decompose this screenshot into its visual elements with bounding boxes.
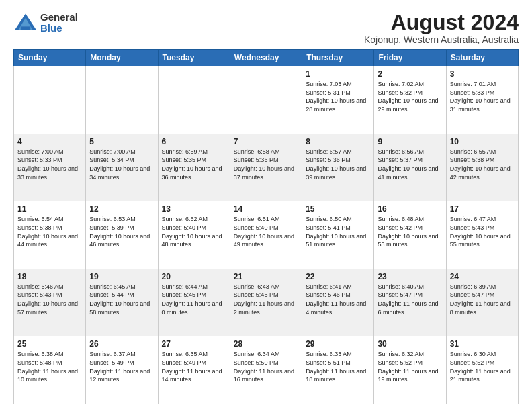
day-cell-3-7: 17Sunrise: 6:47 AM Sunset: 5:43 PM Dayli… (446, 201, 518, 269)
day-cell-4-4: 21Sunrise: 6:43 AM Sunset: 5:45 PM Dayli… (230, 269, 302, 336)
day-info: Sunrise: 7:00 AM Sunset: 5:33 PM Dayligh… (17, 148, 82, 181)
day-number: 4 (17, 137, 82, 146)
day-info: Sunrise: 6:43 AM Sunset: 5:45 PM Dayligh… (234, 283, 298, 316)
day-number: 7 (234, 137, 298, 146)
day-cell-2-5: 8Sunrise: 6:57 AM Sunset: 5:36 PM Daylig… (302, 134, 374, 201)
day-number: 5 (89, 137, 154, 146)
header-day-thursday: Thursday (302, 50, 374, 66)
day-cell-4-2: 19Sunrise: 6:45 AM Sunset: 5:44 PM Dayli… (86, 269, 158, 336)
main-title: August 2024 (364, 11, 519, 34)
day-cell-1-7: 3Sunrise: 7:01 AM Sunset: 5:33 PM Daylig… (446, 66, 518, 134)
day-info: Sunrise: 7:00 AM Sunset: 5:34 PM Dayligh… (89, 148, 154, 181)
day-number: 22 (306, 272, 370, 281)
day-cell-5-5: 29Sunrise: 6:33 AM Sunset: 5:51 PM Dayli… (302, 336, 374, 404)
day-number: 21 (234, 272, 298, 281)
day-number: 20 (162, 272, 226, 281)
logo-icon (13, 11, 38, 35)
header-day-sunday: Sunday (14, 50, 86, 66)
day-info: Sunrise: 6:40 AM Sunset: 5:47 PM Dayligh… (378, 283, 442, 316)
day-info: Sunrise: 6:37 AM Sunset: 5:49 PM Dayligh… (89, 350, 154, 383)
day-number: 1 (306, 69, 370, 79)
svg-rect-2 (21, 26, 30, 30)
day-number: 9 (378, 137, 442, 146)
day-info: Sunrise: 6:38 AM Sunset: 5:48 PM Dayligh… (17, 350, 82, 383)
day-info: Sunrise: 7:03 AM Sunset: 5:31 PM Dayligh… (306, 80, 370, 113)
day-number: 12 (89, 204, 154, 214)
day-number: 16 (378, 204, 442, 214)
header-day-friday: Friday (374, 50, 446, 66)
day-cell-5-7: 31Sunrise: 6:30 AM Sunset: 5:52 PM Dayli… (446, 336, 518, 404)
day-cell-2-7: 10Sunrise: 6:55 AM Sunset: 5:38 PM Dayli… (446, 134, 518, 201)
week-row-3: 11Sunrise: 6:54 AM Sunset: 5:38 PM Dayli… (14, 201, 519, 269)
day-number: 6 (162, 137, 226, 146)
day-cell-3-4: 14Sunrise: 6:51 AM Sunset: 5:40 PM Dayli… (230, 201, 302, 269)
title-section: August 2024 Kojonup, Western Australia, … (364, 11, 519, 45)
subtitle: Kojonup, Western Australia, Australia (364, 34, 519, 45)
day-number: 3 (450, 69, 515, 79)
day-info: Sunrise: 6:52 AM Sunset: 5:40 PM Dayligh… (162, 215, 226, 248)
day-cell-1-4 (230, 66, 302, 134)
header-row: SundayMondayTuesdayWednesdayThursdayFrid… (14, 50, 519, 66)
day-number: 24 (450, 272, 515, 281)
day-info: Sunrise: 6:33 AM Sunset: 5:51 PM Dayligh… (306, 350, 370, 383)
day-number: 25 (17, 339, 82, 349)
day-number: 11 (17, 204, 82, 214)
day-number: 8 (306, 137, 370, 146)
day-info: Sunrise: 6:45 AM Sunset: 5:44 PM Dayligh… (89, 283, 154, 316)
calendar: SundayMondayTuesdayWednesdayThursdayFrid… (13, 49, 519, 404)
day-cell-4-6: 23Sunrise: 6:40 AM Sunset: 5:47 PM Dayli… (374, 269, 446, 336)
day-cell-2-1: 4Sunrise: 7:00 AM Sunset: 5:33 PM Daylig… (14, 134, 86, 201)
day-cell-5-1: 25Sunrise: 6:38 AM Sunset: 5:48 PM Dayli… (14, 336, 86, 404)
day-info: Sunrise: 6:41 AM Sunset: 5:46 PM Dayligh… (306, 283, 370, 316)
day-info: Sunrise: 6:30 AM Sunset: 5:52 PM Dayligh… (450, 350, 515, 383)
day-cell-5-2: 26Sunrise: 6:37 AM Sunset: 5:49 PM Dayli… (86, 336, 158, 404)
day-info: Sunrise: 7:02 AM Sunset: 5:32 PM Dayligh… (378, 80, 442, 113)
day-info: Sunrise: 6:54 AM Sunset: 5:38 PM Dayligh… (17, 215, 82, 248)
day-info: Sunrise: 6:32 AM Sunset: 5:52 PM Dayligh… (378, 350, 442, 383)
day-number: 27 (162, 339, 226, 349)
day-cell-1-3 (158, 66, 230, 134)
day-info: Sunrise: 6:58 AM Sunset: 5:36 PM Dayligh… (234, 148, 298, 181)
day-number: 23 (378, 272, 442, 281)
header-day-saturday: Saturday (446, 50, 518, 66)
day-info: Sunrise: 6:34 AM Sunset: 5:50 PM Dayligh… (234, 350, 298, 383)
day-info: Sunrise: 6:50 AM Sunset: 5:41 PM Dayligh… (306, 215, 370, 248)
day-info: Sunrise: 6:35 AM Sunset: 5:49 PM Dayligh… (162, 350, 226, 383)
logo: General Blue (13, 11, 78, 35)
top-section: General Blue August 2024 Kojonup, Wester… (13, 11, 519, 45)
day-number: 19 (89, 272, 154, 281)
week-row-5: 25Sunrise: 6:38 AM Sunset: 5:48 PM Dayli… (14, 336, 519, 404)
day-cell-3-2: 12Sunrise: 6:53 AM Sunset: 5:39 PM Dayli… (86, 201, 158, 269)
day-cell-5-4: 28Sunrise: 6:34 AM Sunset: 5:50 PM Dayli… (230, 336, 302, 404)
day-cell-4-3: 20Sunrise: 6:44 AM Sunset: 5:45 PM Dayli… (158, 269, 230, 336)
day-cell-4-1: 18Sunrise: 6:46 AM Sunset: 5:43 PM Dayli… (14, 269, 86, 336)
day-number: 2 (378, 69, 442, 79)
day-number: 31 (450, 339, 515, 349)
day-number: 14 (234, 204, 298, 214)
day-info: Sunrise: 6:51 AM Sunset: 5:40 PM Dayligh… (234, 215, 298, 248)
day-cell-2-4: 7Sunrise: 6:58 AM Sunset: 5:36 PM Daylig… (230, 134, 302, 201)
day-info: Sunrise: 7:01 AM Sunset: 5:33 PM Dayligh… (450, 80, 515, 113)
day-cell-4-5: 22Sunrise: 6:41 AM Sunset: 5:46 PM Dayli… (302, 269, 374, 336)
day-cell-2-3: 6Sunrise: 6:59 AM Sunset: 5:35 PM Daylig… (158, 134, 230, 201)
day-cell-3-3: 13Sunrise: 6:52 AM Sunset: 5:40 PM Dayli… (158, 201, 230, 269)
header-day-wednesday: Wednesday (230, 50, 302, 66)
day-cell-5-3: 27Sunrise: 6:35 AM Sunset: 5:49 PM Dayli… (158, 336, 230, 404)
day-info: Sunrise: 6:57 AM Sunset: 5:36 PM Dayligh… (306, 148, 370, 181)
day-info: Sunrise: 6:39 AM Sunset: 5:47 PM Dayligh… (450, 283, 515, 316)
week-row-4: 18Sunrise: 6:46 AM Sunset: 5:43 PM Dayli… (14, 269, 519, 336)
day-number: 28 (234, 339, 298, 349)
day-number: 17 (450, 204, 515, 214)
day-info: Sunrise: 6:55 AM Sunset: 5:38 PM Dayligh… (450, 148, 515, 181)
day-cell-1-1 (14, 66, 86, 134)
day-number: 29 (306, 339, 370, 349)
week-row-1: 1Sunrise: 7:03 AM Sunset: 5:31 PM Daylig… (14, 66, 519, 134)
day-cell-2-6: 9Sunrise: 6:56 AM Sunset: 5:37 PM Daylig… (374, 134, 446, 201)
day-number: 10 (450, 137, 515, 146)
day-cell-4-7: 24Sunrise: 6:39 AM Sunset: 5:47 PM Dayli… (446, 269, 518, 336)
day-cell-2-2: 5Sunrise: 7:00 AM Sunset: 5:34 PM Daylig… (86, 134, 158, 201)
day-info: Sunrise: 6:44 AM Sunset: 5:45 PM Dayligh… (162, 283, 226, 316)
day-cell-5-6: 30Sunrise: 6:32 AM Sunset: 5:52 PM Dayli… (374, 336, 446, 404)
day-info: Sunrise: 6:59 AM Sunset: 5:35 PM Dayligh… (162, 148, 226, 181)
day-cell-3-5: 15Sunrise: 6:50 AM Sunset: 5:41 PM Dayli… (302, 201, 374, 269)
